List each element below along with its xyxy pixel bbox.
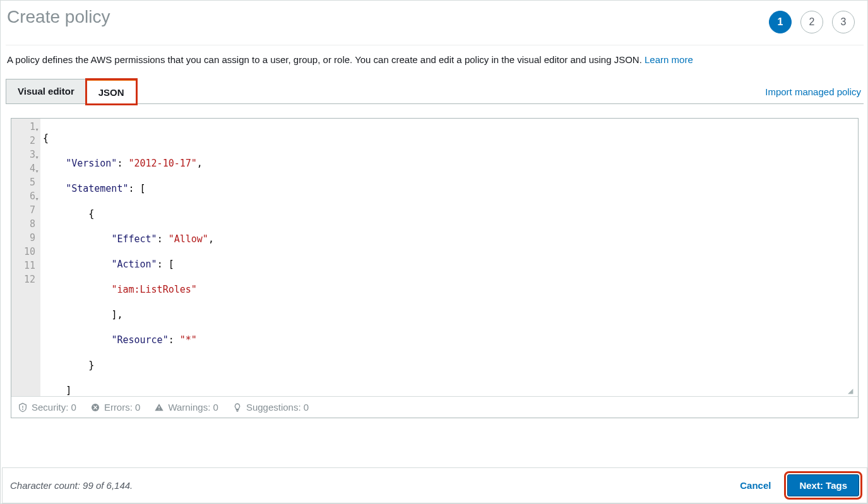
next-tags-button[interactable]: Next: Tags bbox=[787, 474, 859, 496]
character-count: Character count: 99 of 6,144. bbox=[10, 480, 133, 491]
gutter-line: 5 bbox=[15, 175, 35, 189]
learn-more-link[interactable]: Learn more bbox=[645, 54, 693, 65]
code-token: "*" bbox=[180, 334, 197, 346]
code-token: "Allow" bbox=[169, 233, 208, 245]
code-token: } bbox=[88, 360, 94, 371]
gutter-line: 3 bbox=[15, 148, 35, 161]
status-security-label: Security: 0 bbox=[32, 402, 76, 413]
gutter-line: 8 bbox=[15, 217, 35, 231]
code-token: { bbox=[88, 208, 94, 220]
gutter-line: 2 bbox=[15, 134, 35, 148]
gutter-line: 4 bbox=[15, 161, 35, 175]
tab-visual-editor[interactable]: Visual editor bbox=[6, 79, 86, 103]
code-token: "Effect" bbox=[111, 233, 157, 245]
lightbulb-icon bbox=[232, 402, 242, 413]
editor-status-bar: Security: 0 Errors: 0 Warnings: 0 Sugges… bbox=[11, 396, 858, 418]
gutter-line: 12 bbox=[15, 273, 35, 286]
status-warnings-label: Warnings: 0 bbox=[168, 402, 218, 413]
status-errors-label: Errors: 0 bbox=[104, 402, 141, 413]
tab-row: Visual editor JSON Import managed policy bbox=[6, 79, 864, 104]
status-errors[interactable]: Errors: 0 bbox=[90, 402, 141, 413]
error-icon bbox=[90, 402, 100, 413]
code-token: "Version" bbox=[66, 158, 117, 169]
footer-bar: Character count: 99 of 6,144. Cancel Nex… bbox=[2, 467, 867, 503]
page-title: Create policy bbox=[7, 7, 110, 27]
shield-icon bbox=[18, 402, 28, 413]
cancel-button[interactable]: Cancel bbox=[734, 475, 777, 496]
code-area[interactable]: 1 2 3 4 5 6 7 8 9 10 11 12 { "Version": … bbox=[11, 119, 858, 396]
code-content[interactable]: { "Version": "2012-10-17", "Statement": … bbox=[40, 119, 858, 396]
status-warnings[interactable]: Warnings: 0 bbox=[154, 402, 218, 413]
svg-point-4 bbox=[159, 409, 160, 409]
gutter-line: 7 bbox=[15, 203, 35, 217]
wizard-steps: 1 2 3 bbox=[769, 11, 855, 33]
code-token: "Statement" bbox=[66, 183, 128, 194]
svg-point-1 bbox=[23, 409, 23, 409]
page-header: Create policy 1 2 3 bbox=[6, 6, 864, 45]
code-token: "2012-10-17" bbox=[128, 158, 196, 169]
description-text: A policy defines the AWS permissions tha… bbox=[7, 54, 645, 65]
code-token: "iam:ListRoles" bbox=[111, 284, 196, 295]
step-3[interactable]: 3 bbox=[832, 11, 855, 33]
policy-description: A policy defines the AWS permissions tha… bbox=[6, 45, 864, 69]
tab-json[interactable]: JSON bbox=[86, 79, 136, 104]
resize-handle-icon[interactable]: ◢ bbox=[848, 386, 857, 395]
gutter-line: 9 bbox=[15, 231, 35, 245]
status-suggestions-label: Suggestions: 0 bbox=[246, 402, 309, 413]
code-token: "Action" bbox=[111, 259, 157, 270]
gutter-line: 1 bbox=[15, 120, 35, 134]
code-token: "Resource" bbox=[111, 334, 168, 346]
warning-icon bbox=[154, 402, 164, 413]
gutter-line: 6 bbox=[15, 189, 35, 203]
status-suggestions[interactable]: Suggestions: 0 bbox=[232, 402, 309, 413]
import-managed-policy-link[interactable]: Import managed policy bbox=[765, 86, 864, 103]
step-1[interactable]: 1 bbox=[769, 11, 792, 33]
gutter-line: 11 bbox=[15, 259, 35, 273]
status-security[interactable]: Security: 0 bbox=[18, 402, 76, 413]
line-gutter: 1 2 3 4 5 6 7 8 9 10 11 12 bbox=[11, 119, 40, 396]
json-editor: 1 2 3 4 5 6 7 8 9 10 11 12 { "Version": … bbox=[11, 118, 859, 418]
code-token: { bbox=[43, 132, 49, 144]
gutter-line: 10 bbox=[15, 245, 35, 259]
step-2[interactable]: 2 bbox=[800, 11, 823, 33]
